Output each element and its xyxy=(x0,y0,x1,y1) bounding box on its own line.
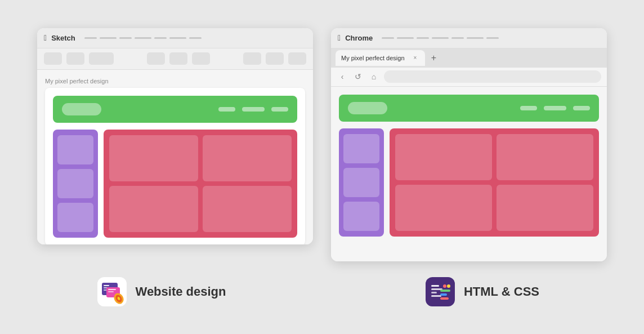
website-design-label: Website design xyxy=(136,284,226,299)
svg-rect-13 xyxy=(431,295,441,297)
chrome-dash-5 xyxy=(451,37,464,39)
sketch-header-btn xyxy=(62,103,101,115)
dash-5 xyxy=(154,37,167,39)
sketch-title: Sketch xyxy=(51,34,75,42)
html-css-label: HTML & CSS xyxy=(464,284,539,299)
chrome-dash-1 xyxy=(382,37,394,39)
sketch-sidebar-item-1 xyxy=(57,135,93,164)
svg-point-15 xyxy=(447,284,450,288)
sketch-main-grid xyxy=(104,130,297,238)
chrome-title: Chrome xyxy=(345,34,373,42)
chrome-dash-2 xyxy=(397,37,414,39)
svg-rect-1 xyxy=(104,285,109,286)
svg-rect-6 xyxy=(108,291,114,292)
bottom-row: Website design xyxy=(0,277,644,306)
svg-rect-10 xyxy=(431,285,439,287)
toolbar-btn-9[interactable] xyxy=(288,52,306,65)
chrome-home-btn[interactable]: ⌂ xyxy=(368,72,379,81)
chrome-sidebar-item-3 xyxy=(343,202,379,231)
bottom-item-right: HTML & CSS xyxy=(345,277,620,306)
chrome-dash-3 xyxy=(417,37,429,39)
svg-rect-17 xyxy=(440,293,447,296)
chrome-sidebar-item-2 xyxy=(343,168,379,197)
chrome-design-header xyxy=(339,95,599,122)
chrome-design-body xyxy=(339,128,599,237)
sketch-sidebar xyxy=(53,130,98,238)
chrome-card-2 xyxy=(497,134,593,180)
chrome-sidebar xyxy=(339,128,384,237)
sketch-design-header xyxy=(53,96,297,123)
sketch-titlebar:  Sketch xyxy=(37,28,313,48)
chrome-card-4 xyxy=(497,185,593,231)
html-css-icon xyxy=(426,277,455,306)
chrome-back-btn[interactable]: ‹ xyxy=(337,72,348,81)
chrome-card-3 xyxy=(395,185,492,231)
toolbar-btn-4[interactable] xyxy=(147,52,165,65)
sketch-window:  Sketch xyxy=(37,28,313,244)
chrome-window:  Chrome My pixel perfect design × xyxy=(331,28,607,261)
chrome-tab-close[interactable]: × xyxy=(412,54,419,62)
toolbar-btn-3[interactable] xyxy=(89,52,114,65)
chrome-dash-7 xyxy=(486,37,499,39)
sketch-card-1 xyxy=(109,135,198,181)
svg-point-14 xyxy=(443,284,446,288)
chrome-card-1 xyxy=(395,134,492,180)
sketch-card-3 xyxy=(109,186,198,232)
svg-rect-5 xyxy=(108,289,116,290)
apple-icon:  xyxy=(44,33,47,42)
chrome-sidebar-item-1 xyxy=(343,134,379,163)
dash-2 xyxy=(100,37,117,39)
sketch-header-dash-2 xyxy=(242,107,265,112)
sketch-sidebar-item-3 xyxy=(57,203,93,232)
chrome-header-btn xyxy=(348,102,387,114)
dash-6 xyxy=(169,37,186,39)
chrome-tab-add[interactable]: + xyxy=(427,51,441,65)
sketch-content: My pixel perfect design xyxy=(37,70,313,244)
dash-4 xyxy=(135,37,151,39)
toolbar-btn-6[interactable] xyxy=(192,52,210,65)
chrome-reload-btn[interactable]: ↺ xyxy=(352,72,364,81)
chrome-nav-bar: ‹ ↺ ⌂ xyxy=(331,68,607,87)
dash-1 xyxy=(84,37,97,39)
chrome-content xyxy=(331,87,607,261)
svg-rect-16 xyxy=(440,290,450,292)
dash-7 xyxy=(189,37,202,39)
chrome-dash-6 xyxy=(467,37,484,39)
sketch-card-4 xyxy=(203,186,292,232)
toolbar-btn-5[interactable] xyxy=(169,52,187,65)
sketch-canvas-label: My pixel perfect design xyxy=(45,78,305,84)
toolbar-btn-7[interactable] xyxy=(243,52,261,65)
chrome-tabs-bar: My pixel perfect design × + xyxy=(331,48,607,68)
chrome-address-bar[interactable] xyxy=(384,70,601,83)
website-design-svg xyxy=(100,279,124,304)
sketch-header-dash-1 xyxy=(218,107,235,112)
toolbar-btn-1[interactable] xyxy=(44,52,62,65)
toolbar-btn-2[interactable] xyxy=(66,52,84,65)
svg-rect-12 xyxy=(431,292,437,293)
sketch-sidebar-item-2 xyxy=(57,169,93,198)
sketch-toolbar xyxy=(37,48,313,70)
svg-rect-18 xyxy=(440,297,449,300)
sketch-dash-group xyxy=(84,37,306,39)
chrome-main-grid xyxy=(390,128,599,237)
chrome-header-dash-1 xyxy=(520,106,537,110)
chrome-dash-4 xyxy=(432,37,449,39)
sketch-header-dash-3 xyxy=(271,107,288,112)
chrome-content-inner xyxy=(339,95,599,237)
main-container:  Sketch xyxy=(0,0,644,334)
html-css-svg xyxy=(428,279,453,304)
chrome-header-dash-2 xyxy=(544,106,566,110)
sketch-design-body xyxy=(53,130,297,238)
sketch-canvas xyxy=(45,88,305,244)
toolbar-btn-8[interactable] xyxy=(266,52,284,65)
chrome-tab-active[interactable]: My pixel perfect design × xyxy=(336,50,425,66)
dash-3 xyxy=(119,37,132,39)
chrome-header-dash-3 xyxy=(573,106,590,110)
sketch-card-2 xyxy=(203,135,292,181)
chrome-dash-group xyxy=(382,37,600,39)
website-design-icon xyxy=(97,277,127,306)
bottom-item-left: Website design xyxy=(24,277,299,306)
chrome-tab-label: My pixel perfect design xyxy=(341,55,405,61)
windows-row:  Sketch xyxy=(37,28,607,261)
chrome-titlebar:  Chrome xyxy=(331,28,607,48)
